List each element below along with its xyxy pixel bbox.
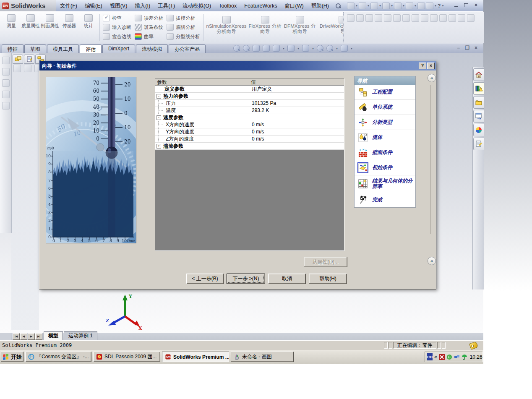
appearances-icon[interactable] xyxy=(326,45,333,52)
sensor-icon[interactable] xyxy=(430,14,438,22)
zebra-stripes-button[interactable]: 斑马条纹 xyxy=(133,23,165,32)
antivirus-umbrella-icon[interactable] xyxy=(462,354,467,360)
menu-featureworks[interactable]: FeatureWorks xyxy=(240,0,281,11)
floxpress-icon[interactable] xyxy=(449,14,456,22)
taskbar-item-paint[interactable]: 未命名 - 画图 xyxy=(231,352,294,362)
dropdown-arrow-icon[interactable]: ▾ xyxy=(297,47,299,50)
menu-tools[interactable]: 工具(T) xyxy=(154,0,179,11)
taskbar-item-cosmos[interactable]: 『Cosmos 交流区』 -... xyxy=(25,352,91,362)
sensor-button[interactable]: 传感器 xyxy=(60,13,79,28)
dimension-tool-icon[interactable] xyxy=(2,68,10,76)
help-icon[interactable]: ? xyxy=(438,3,441,9)
close-icon[interactable]: × xyxy=(475,45,477,50)
table-row[interactable]: Y方向的速度 0 m/s xyxy=(155,128,344,136)
nav-item-initial-conditions[interactable]: 初始条件 xyxy=(355,160,415,175)
point-tool-icon[interactable] xyxy=(2,91,10,98)
previous-tab-icon[interactable]: ◀ xyxy=(20,333,27,340)
home-tab[interactable] xyxy=(473,68,484,81)
measure-icon[interactable] xyxy=(356,14,364,22)
nav-item-wall-conditions[interactable]: 壁面条件 xyxy=(355,145,415,160)
dropdown-arrow-icon[interactable]: ▾ xyxy=(415,4,416,8)
messenger-icon[interactable] xyxy=(446,354,452,360)
display-pane-icon[interactable] xyxy=(24,65,31,72)
view-palette-tab[interactable] xyxy=(473,110,484,123)
tray-chevron-icon[interactable]: « xyxy=(434,354,437,360)
save-icon[interactable] xyxy=(370,3,378,9)
dropdown-arrow-icon[interactable]: ▾ xyxy=(356,4,357,8)
options-icon[interactable] xyxy=(426,3,433,9)
statistics-button[interactable]: 统计 xyxy=(79,13,98,28)
start-button[interactable]: 开始 xyxy=(1,352,23,362)
undercut-analysis-button[interactable]: 底切分析 xyxy=(165,23,202,32)
dropdown-arrow-icon[interactable]: ▾ xyxy=(403,4,404,8)
next-tab-icon[interactable]: ▶ xyxy=(28,333,35,340)
measure-button[interactable]: 测量 xyxy=(2,13,21,28)
section-view-icon[interactable] xyxy=(273,45,280,52)
undo-icon[interactable] xyxy=(394,3,402,9)
equations-icon[interactable] xyxy=(402,14,410,22)
dropdown-arrow-icon[interactable]: ▾ xyxy=(391,4,393,8)
menu-insert[interactable]: 插入(I) xyxy=(131,0,154,11)
deviation-analysis-button[interactable]: 误差分析 xyxy=(133,13,165,23)
zoom-fit-icon[interactable] xyxy=(233,45,240,52)
menu-flow-simulation[interactable]: 流动模拟(O) xyxy=(179,0,215,11)
print-icon[interactable] xyxy=(382,3,390,9)
nav-item-fluids[interactable]: 流体 xyxy=(355,130,415,145)
clock[interactable]: 10:26 xyxy=(470,354,482,360)
coil-tool-icon[interactable] xyxy=(2,102,10,110)
view-orientation-icon[interactable] xyxy=(287,45,295,52)
first-tab-icon[interactable]: |◀ xyxy=(13,333,20,340)
column-header-parameter[interactable]: 参数 xyxy=(155,78,249,85)
cancel-button[interactable]: 取消 xyxy=(268,274,306,284)
last-tab-icon[interactable]: ▶| xyxy=(35,333,42,340)
table-row[interactable]: X方向的速度 0 m/s xyxy=(155,121,344,128)
disconnected-icon[interactable] xyxy=(439,354,445,360)
tree-expand-icon[interactable] xyxy=(156,144,161,149)
table-row[interactable]: 压力 101325 Pa xyxy=(155,100,344,107)
taskbar-item-passolo[interactable]: SDL Passolo 2009 团... xyxy=(93,352,160,362)
language-indicator[interactable]: CH xyxy=(427,353,433,360)
zoom-area-icon[interactable] xyxy=(243,45,250,52)
sketch-tool-icon[interactable] xyxy=(2,57,10,64)
filter-icon[interactable] xyxy=(13,65,21,72)
design-table-icon[interactable] xyxy=(421,14,428,22)
model-tab[interactable]: 模型 xyxy=(44,331,63,340)
plugin-icon[interactable] xyxy=(454,354,460,360)
hide-show-items-icon[interactable] xyxy=(317,45,323,52)
select-icon[interactable] xyxy=(406,3,413,9)
nav-item-finish[interactable]: 完成 xyxy=(355,192,415,207)
pan-icon[interactable] xyxy=(253,45,260,52)
curvature-button[interactable]: 曲率 xyxy=(133,32,165,41)
appearances-scenes-tab[interactable] xyxy=(473,124,484,136)
dfmxpress-wizard-button[interactable]: DFMXpress 分析向导 xyxy=(282,13,318,34)
menu-help[interactable]: 帮助(H) xyxy=(308,0,333,11)
section-properties-button[interactable]: 剖面属性 xyxy=(40,13,60,28)
statistics-icon[interactable] xyxy=(393,14,401,22)
column-header-value[interactable]: 值 xyxy=(249,78,258,85)
nav-item-unit-system[interactable]: 单位系统 xyxy=(355,100,415,115)
featuremanager-tree-tab[interactable] xyxy=(13,55,23,64)
nav-item-result-resolution[interactable]: 结果与几何体的分辨率 xyxy=(355,175,415,192)
dropdown-arrow-icon[interactable]: ▾ xyxy=(351,47,352,50)
dropdown-arrow-icon[interactable]: ▾ xyxy=(336,47,338,50)
previous-view-icon[interactable] xyxy=(263,45,270,52)
mass-properties-icon[interactable] xyxy=(365,14,373,22)
custom-properties-tab[interactable] xyxy=(473,138,484,150)
simulationxpress-icon[interactable] xyxy=(439,14,447,22)
menu-toolbox[interactable]: Toolbox xyxy=(215,0,240,11)
close-icon[interactable]: × xyxy=(473,2,479,8)
parting-line-analysis-button[interactable]: 分型线分析 xyxy=(165,32,202,41)
design-library-tab[interactable] xyxy=(473,82,484,95)
menu-file[interactable]: 文件(F) xyxy=(56,0,81,11)
table-row[interactable]: 热力的参数 xyxy=(155,93,344,100)
nav-item-analysis-type[interactable]: 分析类型 xyxy=(355,115,415,130)
draft-analysis-button[interactable]: 拔模分析 xyxy=(165,13,202,23)
propertymanager-tab[interactable] xyxy=(24,55,34,64)
display-style-icon[interactable] xyxy=(302,45,309,52)
panel-splitter[interactable] xyxy=(430,85,432,234)
restore-icon[interactable]: ❐ xyxy=(465,45,469,50)
minimize-icon[interactable]: – xyxy=(457,45,460,50)
section-properties-icon[interactable] xyxy=(375,14,382,22)
table-row[interactable]: Z方向的速度 0 m/s xyxy=(155,136,344,143)
table-row[interactable]: 定义参数 用户定义 xyxy=(155,86,344,93)
